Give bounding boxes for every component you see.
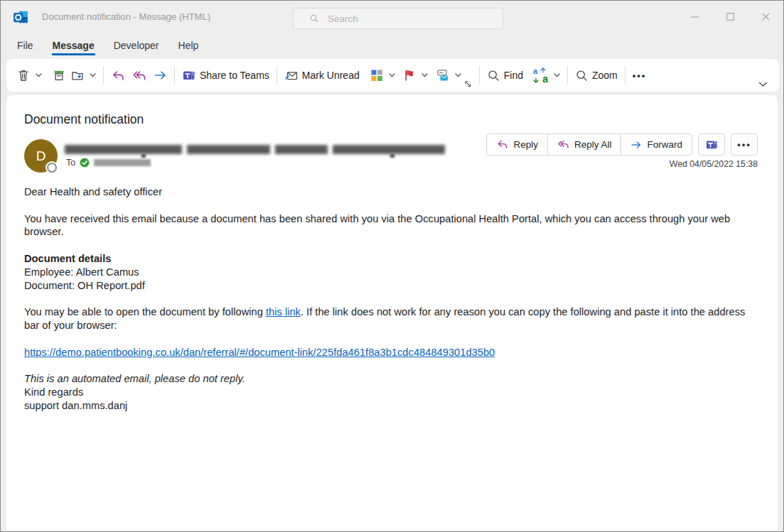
ellipsis-icon: ••• bbox=[737, 139, 751, 150]
redacted-sender-line bbox=[65, 145, 445, 154]
archive-icon bbox=[52, 68, 66, 82]
share-to-teams-button[interactable]: Share to Teams bbox=[182, 69, 269, 82]
ribbon-separator bbox=[276, 66, 277, 85]
move-to-button[interactable] bbox=[70, 68, 96, 82]
reply-all-arrow-icon bbox=[557, 139, 569, 150]
translate-button[interactable]: aa bbox=[533, 67, 560, 83]
to-label: To bbox=[66, 158, 75, 168]
document-line: Document: OH Report.pdf bbox=[24, 279, 760, 293]
message-actions: Reply Reply All Forward ••• bbox=[486, 134, 758, 156]
document-url-hyperlink[interactable]: https://demo.patientbooking.co.uk/dan/re… bbox=[24, 347, 495, 358]
find-button[interactable]: Find bbox=[487, 69, 523, 82]
mark-unread-label: Mark Unread bbox=[302, 70, 360, 81]
dialog-launcher-icon bbox=[464, 80, 472, 88]
tab-file[interactable]: File bbox=[16, 36, 34, 55]
translate-icon: aa bbox=[533, 67, 549, 83]
unread-envelope-icon bbox=[284, 69, 299, 82]
verified-check-icon bbox=[80, 158, 90, 168]
trash-icon bbox=[16, 68, 31, 82]
redacted-recipient bbox=[94, 159, 151, 166]
chevron-down-icon[interactable] bbox=[389, 73, 395, 77]
ribbon-forward-button[interactable] bbox=[154, 70, 167, 81]
signature-line: support dan.mms.danj bbox=[24, 399, 760, 413]
link-paragraph: You may be able to open the document by … bbox=[24, 305, 760, 332]
teams-icon bbox=[182, 69, 196, 82]
redaction-mark bbox=[390, 154, 394, 158]
tags-dialog-launcher[interactable] bbox=[464, 80, 472, 88]
share-to-teams-quick-button[interactable] bbox=[698, 134, 725, 156]
minimize-button[interactable] bbox=[677, 1, 712, 33]
forward-label: Forward bbox=[647, 139, 682, 150]
find-magnifier-icon bbox=[487, 69, 500, 82]
search-box[interactable] bbox=[293, 8, 503, 29]
automated-note: This is an automated email, please do no… bbox=[24, 372, 760, 386]
chevron-down-icon[interactable] bbox=[36, 73, 42, 77]
chevron-down-icon[interactable] bbox=[455, 73, 461, 77]
window-title: Document notification - Message (HTML) bbox=[42, 1, 210, 33]
search-input[interactable] bbox=[328, 13, 470, 24]
move-folder-icon bbox=[70, 68, 85, 82]
message-pane: Document notification D To Reply Repl bbox=[6, 95, 778, 531]
window-controls bbox=[677, 1, 783, 33]
ribbon-separator bbox=[567, 66, 568, 85]
delete-button[interactable] bbox=[16, 68, 42, 82]
reply-all-button[interactable]: Reply All bbox=[547, 134, 621, 155]
reply-all-arrow-icon bbox=[132, 70, 146, 82]
message-body: Dear Health and safety officer You have … bbox=[24, 185, 760, 425]
signature-block: This is an automated email, please do no… bbox=[24, 372, 760, 412]
ribbon-separator bbox=[479, 66, 480, 85]
mark-unread-button[interactable]: Mark Unread bbox=[284, 69, 360, 82]
find-label: Find bbox=[504, 70, 523, 81]
received-datetime: Wed 04/05/2022 15:38 bbox=[670, 159, 758, 169]
categorize-icon bbox=[370, 68, 384, 82]
details-heading: Document details bbox=[24, 252, 760, 266]
quick-steps-button[interactable] bbox=[435, 68, 461, 82]
ribbon-toolbar: Share to Teams Mark Unread Find bbox=[6, 59, 779, 92]
presence-indicator bbox=[47, 163, 57, 173]
categorize-button[interactable] bbox=[370, 68, 395, 82]
chevron-down-icon[interactable] bbox=[421, 73, 428, 77]
collapse-ribbon-button[interactable] bbox=[758, 82, 768, 87]
chevron-down-icon[interactable] bbox=[554, 73, 560, 77]
signoff-line: Kind regards bbox=[24, 386, 760, 399]
reply-all-label: Reply All bbox=[574, 139, 612, 150]
chevron-down-icon[interactable] bbox=[90, 73, 96, 77]
respond-button-group: Reply Reply All Forward bbox=[486, 134, 692, 156]
close-button[interactable] bbox=[748, 1, 783, 33]
tags-icon bbox=[435, 68, 450, 82]
ellipsis-icon: ••• bbox=[633, 70, 647, 81]
outlook-app-icon bbox=[13, 9, 28, 25]
follow-up-flag-button[interactable] bbox=[402, 68, 428, 82]
menu-bar: File Message Developer Help bbox=[1, 34, 783, 57]
tab-developer[interactable]: Developer bbox=[113, 36, 160, 55]
tab-help[interactable]: Help bbox=[178, 36, 200, 55]
more-commands-button[interactable]: ••• bbox=[633, 70, 647, 81]
reply-arrow-icon bbox=[111, 70, 125, 82]
teams-icon bbox=[705, 139, 719, 151]
ribbon-separator bbox=[625, 66, 625, 85]
reply-arrow-icon bbox=[496, 139, 508, 150]
more-actions-button[interactable]: ••• bbox=[731, 134, 758, 156]
ribbon-reply-all-button[interactable] bbox=[132, 70, 146, 82]
avatar-initial: D bbox=[36, 148, 46, 164]
forward-arrow-icon bbox=[630, 140, 642, 150]
employee-line: Employee: Albert Camus bbox=[24, 266, 760, 279]
url-paragraph: https://demo.patientbooking.co.uk/dan/re… bbox=[24, 346, 760, 359]
maximize-button[interactable] bbox=[712, 1, 748, 33]
details-block: Document details Employee: Albert Camus … bbox=[24, 252, 760, 292]
message-subject: Document notification bbox=[24, 112, 144, 127]
intro-paragraph: You have received this email because a d… bbox=[24, 212, 760, 239]
forward-arrow-icon bbox=[154, 70, 167, 81]
outlook-message-window: Document notification - Message (HTML) F… bbox=[0, 0, 784, 532]
ribbon-reply-button[interactable] bbox=[111, 70, 125, 82]
ribbon-separator bbox=[103, 66, 104, 85]
tab-message[interactable]: Message bbox=[52, 36, 95, 55]
archive-button[interactable] bbox=[52, 68, 66, 82]
zoom-button[interactable]: Zoom bbox=[575, 69, 618, 82]
greeting-paragraph: Dear Health and safety officer bbox=[24, 185, 760, 199]
flag-icon bbox=[402, 68, 417, 82]
reply-button[interactable]: Reply bbox=[487, 134, 547, 155]
this-link-hyperlink[interactable]: this link bbox=[266, 306, 301, 317]
forward-button[interactable]: Forward bbox=[621, 134, 692, 155]
recipient-row: To bbox=[66, 158, 151, 168]
